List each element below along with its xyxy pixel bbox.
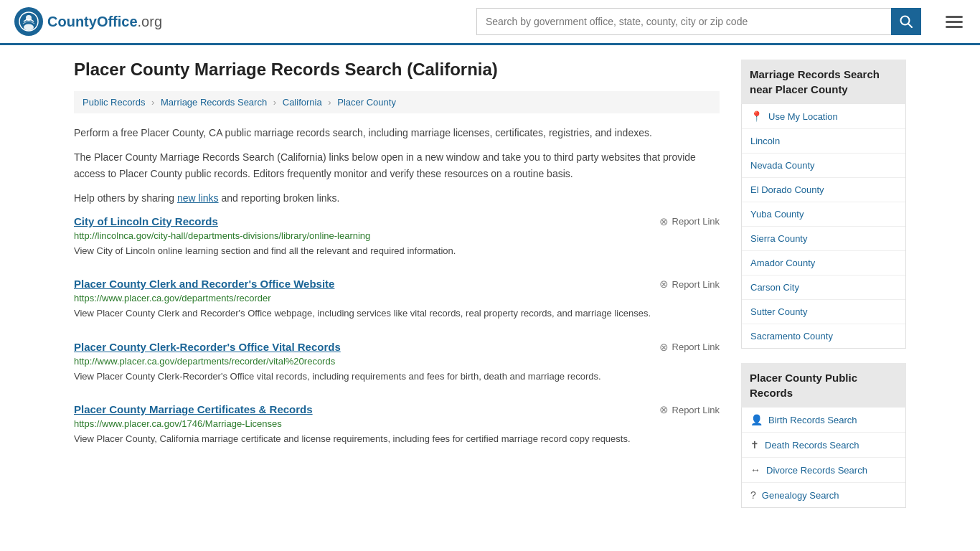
record-title-0[interactable]: City of Lincoln City Records	[74, 215, 218, 227]
nearby-label-1: Lincoln	[750, 136, 780, 146]
report-icon-0: ⊗	[659, 215, 669, 228]
record-title-row-0: City of Lincoln City Records ⊗ Report Li…	[74, 215, 720, 228]
nearby-section: Marriage Records Search near Placer Coun…	[741, 60, 906, 349]
svg-point-2	[24, 24, 34, 31]
record-entry-3: Placer County Marriage Certificates & Re…	[74, 403, 720, 446]
public-records-section: Placer County Public Records 👤 Birth Rec…	[741, 363, 906, 508]
public-record-icon-1: ✝	[750, 439, 759, 451]
nearby-link-2[interactable]: Nevada County	[742, 154, 905, 177]
report-link-1[interactable]: ⊗ Report Link	[659, 278, 720, 291]
public-record-icon-2: ↔	[750, 464, 760, 476]
nearby-item-0: 📍 Use My Location	[742, 104, 905, 129]
intro-paragraph-1: Perform a free Placer County, CA public …	[74, 125, 720, 141]
record-title-2[interactable]: Placer County Clerk-Recorder's Office Vi…	[74, 341, 341, 353]
record-entry-0: City of Lincoln City Records ⊗ Report Li…	[74, 215, 720, 258]
nearby-label-0: Use My Location	[768, 111, 838, 122]
nearby-link-5[interactable]: Sierra County	[742, 227, 905, 250]
nearby-label-8: Sutter County	[750, 306, 808, 317]
nearby-label-5: Sierra County	[750, 233, 807, 244]
public-records-list: 👤 Birth Records Search ✝ Death Records S…	[741, 408, 906, 508]
logo: CountyOffice.org	[14, 7, 162, 36]
record-url-2[interactable]: http://www.placer.ca.gov/departments/rec…	[74, 356, 720, 367]
logo-text: CountyOffice.org	[47, 14, 162, 30]
nearby-label-7: Carson City	[750, 282, 799, 293]
breadcrumb-link-california[interactable]: California	[283, 97, 322, 108]
record-title-row-2: Placer County Clerk-Recorder's Office Vi…	[74, 341, 720, 354]
intro-paragraph-2: The Placer County Marriage Records Searc…	[74, 149, 720, 182]
record-desc-0: View City of Lincoln online learning sec…	[74, 244, 720, 258]
public-record-item-3: ? Genealogy Search	[742, 483, 905, 507]
nearby-label-2: Nevada County	[750, 160, 815, 171]
new-links-link[interactable]: new links	[177, 192, 219, 204]
record-desc-2: View Placer County Clerk-Recorder's Offi…	[74, 369, 720, 384]
breadcrumb-link-marriage[interactable]: Marriage Records Search	[161, 97, 267, 108]
nearby-label-9: Sacramento County	[750, 331, 833, 342]
record-url-1[interactable]: https://www.placer.ca.gov/departments/re…	[74, 293, 720, 303]
report-link-3[interactable]: ⊗ Report Link	[659, 403, 720, 416]
nearby-link-1[interactable]: Lincoln	[742, 129, 905, 153]
nearby-link-9[interactable]: Sacramento County	[742, 324, 905, 348]
nearby-item-9: Sacramento County	[742, 324, 905, 348]
nearby-link-7[interactable]: Carson City	[742, 276, 905, 299]
public-record-link-3[interactable]: ? Genealogy Search	[742, 483, 905, 507]
breadcrumb-sep-2: ›	[273, 97, 276, 108]
breadcrumb-link-public-records[interactable]: Public Records	[83, 97, 145, 108]
header: CountyOffice.org	[0, 0, 980, 45]
breadcrumb-sep-3: ›	[328, 97, 331, 108]
nearby-item-4: Yuba County	[742, 202, 905, 227]
record-entry-2: Placer County Clerk-Recorder's Office Vi…	[74, 341, 720, 384]
public-record-icon-0: 👤	[750, 414, 763, 425]
public-record-icon-3: ?	[750, 489, 756, 501]
intro-paragraph-3: Help others by sharing new links and rep…	[74, 190, 720, 206]
location-icon: 📍	[750, 110, 763, 122]
record-title-row-1: Placer County Clerk and Recorder's Offic…	[74, 278, 720, 291]
report-link-0[interactable]: ⊗ Report Link	[659, 215, 720, 228]
record-title-1[interactable]: Placer County Clerk and Recorder's Offic…	[74, 278, 334, 290]
public-record-label-2: Divorce Records Search	[766, 465, 867, 476]
nearby-item-2: Nevada County	[742, 154, 905, 178]
record-desc-3: View Placer County, California marriage …	[74, 432, 720, 446]
breadcrumb-sep-1: ›	[151, 97, 154, 108]
nearby-list: 📍 Use My Location Lincoln Nevada County …	[741, 104, 906, 349]
main-container: Placer County Marriage Records Search (C…	[60, 45, 920, 537]
menu-button[interactable]	[943, 13, 966, 31]
public-records-header: Placer County Public Records	[741, 363, 906, 408]
nearby-label-6: Amador County	[750, 258, 815, 268]
content-area: Placer County Marriage Records Search (C…	[74, 60, 720, 522]
record-title-3[interactable]: Placer County Marriage Certificates & Re…	[74, 403, 313, 415]
nearby-item-1: Lincoln	[742, 129, 905, 154]
svg-line-4	[908, 24, 912, 27]
nearby-link-4[interactable]: Yuba County	[742, 202, 905, 226]
nearby-link-location[interactable]: 📍 Use My Location	[742, 104, 905, 128]
report-label-2: Report Link	[672, 342, 720, 352]
record-title-row-3: Placer County Marriage Certificates & Re…	[74, 403, 720, 416]
nearby-label-4: Yuba County	[750, 209, 804, 220]
public-record-link-2[interactable]: ↔ Divorce Records Search	[742, 458, 905, 482]
search-input[interactable]	[476, 8, 891, 35]
nearby-link-6[interactable]: Amador County	[742, 251, 905, 275]
report-link-2[interactable]: ⊗ Report Link	[659, 341, 720, 354]
report-label-3: Report Link	[672, 405, 720, 415]
report-label-0: Report Link	[672, 216, 720, 227]
search-icon	[900, 15, 913, 28]
public-record-item-1: ✝ Death Records Search	[742, 433, 905, 458]
nearby-label-3: El Dorado County	[750, 184, 824, 195]
report-icon-1: ⊗	[659, 278, 669, 291]
nearby-item-6: Amador County	[742, 251, 905, 276]
sidebar: Marriage Records Search near Placer Coun…	[741, 60, 906, 522]
breadcrumb-link-placer[interactable]: Placer County	[337, 97, 396, 108]
search-button[interactable]	[891, 8, 921, 35]
record-desc-1: View Placer County Clerk and Recorder's …	[74, 306, 720, 321]
public-record-link-0[interactable]: 👤 Birth Records Search	[742, 408, 905, 432]
public-record-link-1[interactable]: ✝ Death Records Search	[742, 433, 905, 457]
nearby-header: Marriage Records Search near Placer Coun…	[741, 60, 906, 104]
records-container: City of Lincoln City Records ⊗ Report Li…	[74, 215, 720, 446]
public-record-label-1: Death Records Search	[765, 440, 859, 451]
nearby-item-8: Sutter County	[742, 300, 905, 324]
nearby-link-8[interactable]: Sutter County	[742, 300, 905, 324]
search-area	[476, 8, 921, 35]
record-url-3[interactable]: https://www.placer.ca.gov/1746/Marriage-…	[74, 418, 720, 429]
record-url-0[interactable]: http://lincolnca.gov/city-hall/departmen…	[74, 230, 720, 241]
public-record-label-0: Birth Records Search	[768, 415, 857, 425]
nearby-link-3[interactable]: El Dorado County	[742, 178, 905, 202]
